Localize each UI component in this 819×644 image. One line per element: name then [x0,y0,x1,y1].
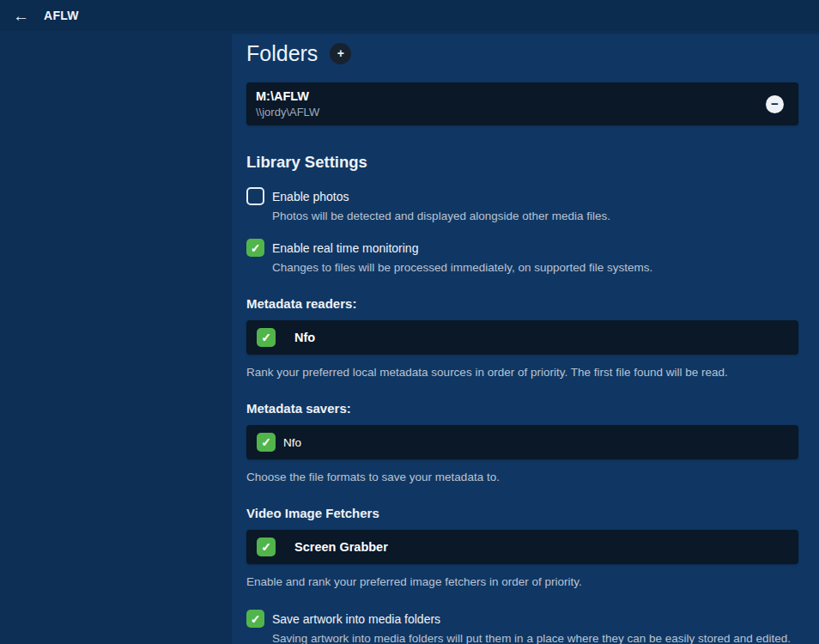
back-button[interactable]: ← [9,6,33,26]
nfo-reader-checkbox[interactable]: ✓ [257,328,276,347]
metadata-savers-description: Choose the file formats to save your met… [246,470,798,484]
folder-name: M:\AFLW [256,89,319,103]
save-artwork-checkbox[interactable]: ✓ [246,610,264,628]
screen-grabber-checkbox[interactable]: ✓ [257,538,276,556]
save-artwork-description: Saving artwork into media folders will p… [272,631,798,644]
add-folder-button[interactable]: + [330,43,351,64]
metadata-readers-label: Metadata readers: [246,296,798,312]
video-image-fetchers-label: Video Image Fetchers [246,506,798,521]
realtime-monitoring-description: Changes to files will be processed immed… [272,260,798,275]
check-icon: ✓ [261,331,271,343]
page-title: AFLW [44,9,79,22]
enable-photos-label[interactable]: Enable photos [272,190,349,204]
option-label: Screen Grabber [294,540,388,554]
save-artwork-label[interactable]: Save artwork into media folders [272,612,440,626]
minus-icon: − [771,97,779,110]
library-settings-heading: Library Settings [246,153,798,172]
folder-card[interactable]: M:\AFLW \\jordy\AFLW − [246,82,798,125]
enable-photos-checkbox[interactable] [246,187,264,205]
folder-info: M:\AFLW \\jordy\AFLW [256,89,319,118]
enable-photos-row: Enable photos Photos will be detected an… [246,187,798,223]
save-artwork-row: ✓ Save artwork into media folders Saving… [246,610,798,644]
folders-heading: Folders [246,39,318,67]
folder-path: \\jordy\AFLW [256,106,319,118]
metadata-savers-label: Metadata savers: [246,401,798,416]
enable-photos-description: Photos will be detected and displayed al… [272,209,798,223]
topbar: ← AFLW [0,0,819,31]
check-icon: ✓ [261,541,271,553]
folders-header: Folders + [246,39,798,67]
metadata-reader-item-nfo[interactable]: ✓ Nfo [246,320,798,355]
back-arrow-icon: ← [13,7,29,25]
check-icon: ✓ [251,613,261,625]
metadata-saver-item-nfo[interactable]: ✓ Nfo [246,425,798,459]
realtime-monitoring-checkbox[interactable]: ✓ [246,239,264,257]
library-settings-panel: Folders + M:\AFLW \\jordy\AFLW − Library… [232,34,819,644]
option-label: Nfo [283,436,301,449]
video-image-fetchers-description: Enable and rank your preferred image fet… [246,574,798,589]
check-icon: ✓ [261,436,271,448]
plus-icon: + [337,46,344,60]
metadata-readers-description: Rank your preferred local metadata sourc… [246,365,798,380]
remove-folder-button[interactable]: − [766,95,784,113]
fetcher-item-screen-grabber[interactable]: ✓ Screen Grabber [246,530,798,564]
realtime-monitoring-row: ✓ Enable real time monitoring Changes to… [246,239,798,275]
nfo-saver-checkbox[interactable]: ✓ [257,433,276,452]
realtime-monitoring-label[interactable]: Enable real time monitoring [272,241,418,255]
check-icon: ✓ [251,242,261,254]
option-label: Nfo [294,331,315,344]
